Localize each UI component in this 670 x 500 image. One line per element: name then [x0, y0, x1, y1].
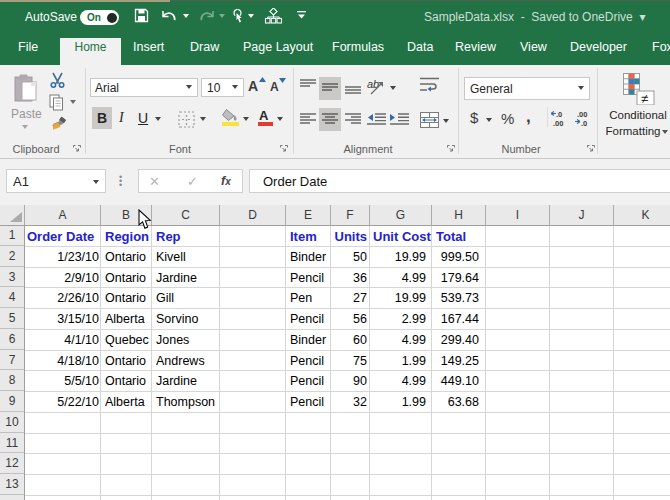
svg-text:≠: ≠: [641, 91, 648, 105]
svg-text:.0: .0: [581, 119, 587, 127]
svg-text:.00: .00: [553, 119, 563, 127]
